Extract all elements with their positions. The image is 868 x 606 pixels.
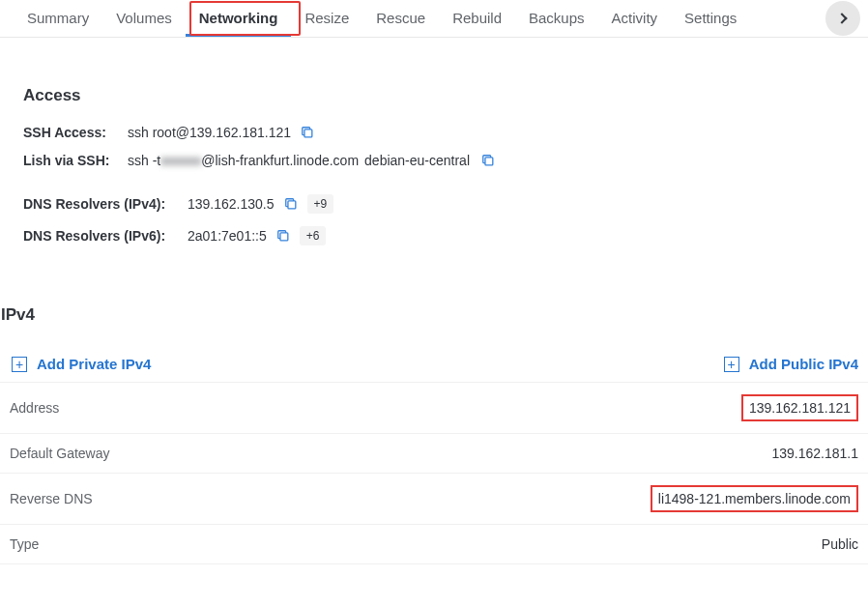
- ipv4-rdns-value: li1498-121.members.linode.com: [651, 485, 858, 512]
- dns-v4-label: DNS Resolvers (IPv4):: [23, 196, 188, 212]
- dns-v4-more-chip[interactable]: +9: [307, 194, 334, 214]
- ipv4-type-key: Type: [10, 536, 39, 552]
- copy-icon[interactable]: [481, 154, 495, 167]
- access-panel: Access SSH Access: ssh root@139.162.181.…: [4, 69, 864, 273]
- svg-rect-3: [280, 233, 288, 241]
- tab-networking[interactable]: Networking: [186, 0, 292, 37]
- lish-user-redacted: xxxxxx: [160, 153, 201, 168]
- lish-host: @lish-frankfurt.linode.com: [201, 153, 359, 168]
- copy-icon[interactable]: [276, 229, 290, 243]
- dns-v6-label: DNS Resolvers (IPv6):: [23, 228, 188, 244]
- copy-icon[interactable]: [301, 126, 314, 139]
- tab-bar: Summary Volumes Networking Resize Rescue…: [0, 0, 868, 38]
- svg-rect-2: [287, 201, 295, 209]
- dns-v6-row: DNS Resolvers (IPv6): 2a01:7e01::5 +6: [23, 226, 845, 245]
- lish-prefix: ssh -t: [128, 153, 160, 168]
- add-private-ipv4-button[interactable]: + Add Private IPv4: [12, 356, 151, 372]
- ssh-access-row: SSH Access: ssh root@139.162.181.121: [23, 125, 845, 140]
- tabs-scroll-right-button[interactable]: [825, 1, 860, 36]
- ipv4-type-value: Public: [822, 536, 858, 552]
- ipv4-address-row: Address 139.162.181.121: [0, 382, 868, 433]
- dns-v4-row: DNS Resolvers (IPv4): 139.162.130.5 +9: [23, 194, 845, 214]
- tab-resize[interactable]: Resize: [291, 0, 362, 37]
- plus-icon: +: [724, 357, 739, 372]
- access-title: Access: [23, 86, 845, 105]
- ipv4-address-value: 139.162.181.121: [741, 394, 858, 421]
- ipv4-add-row: + Add Private IPv4 + Add Public IPv4: [0, 342, 868, 382]
- plus-icon: +: [12, 357, 27, 372]
- tab-rebuild[interactable]: Rebuild: [439, 0, 515, 37]
- lish-arg: debian-eu-central: [364, 153, 470, 168]
- tab-activity[interactable]: Activity: [598, 0, 672, 37]
- ipv4-gateway-row: Default Gateway 139.162.181.1: [0, 433, 868, 473]
- tab-summary[interactable]: Summary: [14, 0, 102, 37]
- dns-v4-value: 139.162.130.5: [188, 196, 275, 212]
- svg-rect-0: [304, 130, 312, 137]
- ipv4-address-key: Address: [10, 400, 59, 416]
- tab-rescue[interactable]: Rescue: [362, 0, 439, 37]
- tab-settings[interactable]: Settings: [671, 0, 750, 37]
- dns-v6-value: 2a01:7e01::5: [188, 228, 267, 244]
- lish-label: Lish via SSH:: [23, 153, 128, 168]
- add-private-ipv4-label: Add Private IPv4: [37, 356, 151, 372]
- ipv4-type-row: Type Public: [0, 524, 868, 564]
- ipv4-gateway-value: 139.162.181.1: [771, 446, 858, 461]
- dns-v6-more-chip[interactable]: +6: [300, 226, 327, 245]
- ipv4-gateway-key: Default Gateway: [10, 446, 110, 461]
- chevron-right-icon: [836, 13, 847, 23]
- ipv4-title: IPv4: [0, 305, 868, 325]
- ssh-access-value: ssh root@139.162.181.121: [128, 125, 291, 140]
- copy-icon[interactable]: [284, 197, 298, 211]
- svg-rect-1: [485, 158, 493, 165]
- tab-volumes[interactable]: Volumes: [102, 0, 186, 37]
- add-public-ipv4-button[interactable]: + Add Public IPv4: [724, 356, 858, 372]
- ipv4-rdns-row: Reverse DNS li1498-121.members.linode.co…: [0, 473, 868, 524]
- lish-row: Lish via SSH: ssh -t xxxxxx@lish-frankfu…: [23, 153, 845, 168]
- add-public-ipv4-label: Add Public IPv4: [749, 356, 858, 372]
- ssh-access-label: SSH Access:: [23, 125, 128, 140]
- ipv4-rdns-key: Reverse DNS: [10, 491, 93, 506]
- tab-backups[interactable]: Backups: [515, 0, 598, 37]
